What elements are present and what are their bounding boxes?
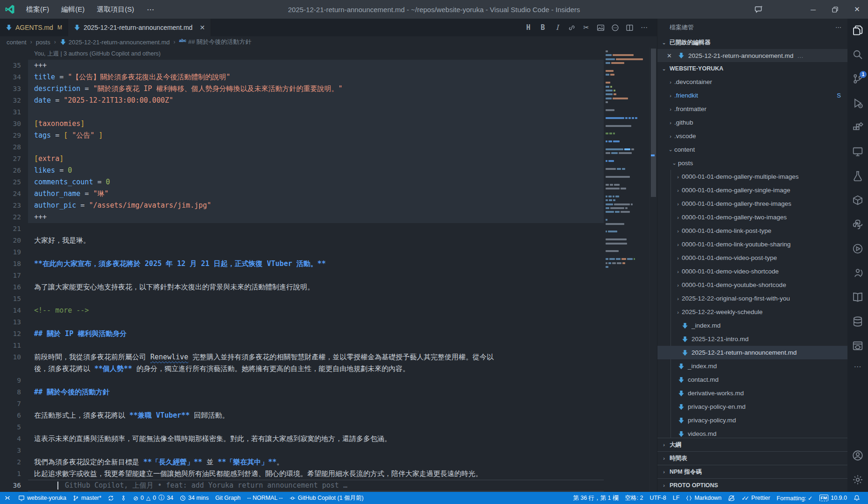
open-editor-item[interactable]: ✕ 2025-12-21-return-announcement.md …	[657, 49, 847, 62]
account-icon[interactable]	[852, 450, 863, 461]
status-project-manager[interactable]: website-yoruka	[15, 492, 70, 504]
code-line[interactable]: 5	[0, 421, 604, 433]
sidebar-section-NPM 指令碼[interactable]: ›NPM 指令碼	[657, 465, 847, 478]
code-line[interactable]: 30[taxonomies]	[0, 118, 604, 130]
tree-folder-0000-01-01-demo-video-post-type[interactable]: ›0000-01-01-demo-video-post-type	[657, 251, 847, 265]
tree-folder-.devcontainer[interactable]: ›.devcontainer	[657, 75, 847, 89]
tree-file-derivative-works.md[interactable]: derivative-works.md	[657, 386, 847, 400]
status-problems[interactable]: ⊘0△0ⓘ34	[130, 492, 176, 504]
code-line[interactable]: 22+++	[0, 211, 604, 223]
italic-icon[interactable]: I	[550, 21, 565, 35]
code-line[interactable]: 1比起追求數字或收益，我更希望能建立一個讓她與所有油民都能感到舒適、開心的環境。…	[0, 468, 604, 480]
heading-icon[interactable]: H	[521, 21, 536, 35]
status-front-matter-version[interactable]: FM10.9.0	[816, 492, 850, 504]
copilot-chat-icon[interactable]	[748, 0, 769, 19]
code-line[interactable]: 35+++	[0, 60, 604, 71]
close-icon[interactable]: ✕	[667, 52, 674, 59]
code-line[interactable]: 7	[0, 398, 604, 410]
tree-folder-.vscode[interactable]: ›.vscode	[657, 129, 847, 143]
code-line[interactable]: 9	[0, 375, 604, 386]
tree-folder-posts[interactable]: ⌄posts	[657, 156, 847, 170]
status-vim-mode[interactable]: -- NORMAL --	[244, 492, 286, 504]
sidebar-more-icon[interactable]: ⋯	[835, 24, 842, 31]
code-line[interactable]: 27[extra]	[0, 153, 604, 165]
status-prettier[interactable]: ✓✓Prettier	[738, 492, 773, 504]
breadcrumb[interactable]: content › posts › 2025-12-21-return-anno…	[0, 36, 657, 48]
code-line[interactable]: 20大家好，我是琳。	[0, 235, 604, 246]
status-git-sync[interactable]	[105, 492, 117, 504]
status-remote-indicator[interactable]	[0, 492, 15, 504]
status-eol[interactable]: LF	[670, 492, 683, 504]
sidebar-section-PROTO OPTIONS[interactable]: ›PROTO OPTIONS	[657, 478, 847, 492]
tree-folder-0000-01-01-demo-youtube-shortcode[interactable]: ›0000-01-01-demo-youtube-shortcode	[657, 278, 847, 292]
tree-folder-0000-01-01-demo-link-post-type[interactable]: ›0000-01-01-demo-link-post-type	[657, 224, 847, 238]
tree-folder-.friendkit[interactable]: ›.friendkitS	[657, 89, 847, 102]
editor-scrollbar[interactable]	[649, 48, 657, 492]
link-icon[interactable]	[565, 21, 579, 35]
menu-selection[interactable]: 選取項目(S)	[91, 5, 140, 14]
status-wakatime[interactable]: 34 mins	[176, 492, 212, 504]
status-git-graph[interactable]: Git Graph	[212, 492, 244, 504]
tab-return-announcement[interactable]: 2025-12-21-return-announcement.md ✕	[68, 19, 211, 36]
more-actions-icon[interactable]: ⋯	[637, 21, 651, 35]
extensions-icon[interactable]	[852, 122, 863, 133]
tree-folder-content[interactable]: ⌄content	[657, 143, 847, 156]
book-icon[interactable]	[852, 292, 863, 303]
code-line[interactable]: 23author_pic = "/assets/img/avatars/jim.…	[0, 200, 604, 211]
package-icon[interactable]	[852, 195, 863, 206]
code-line[interactable]: 32date = "2025-12-21T13:00:00.000Z"	[0, 95, 604, 106]
tree-folder-0000-01-01-demo-video-shortcode[interactable]: ›0000-01-01-demo-video-shortcode	[657, 265, 847, 278]
status-gitlens-blame[interactable]: GitHub Copilot (1 個月前)	[286, 492, 367, 504]
status-language-mode[interactable]: Markdown	[683, 492, 725, 504]
tree-file-_index.md[interactable]: _index.md	[657, 319, 847, 332]
status-encoding[interactable]: UTF-8	[646, 492, 669, 504]
minimize-button[interactable]: ─	[802, 0, 824, 19]
breadcrumb-file[interactable]: 2025-12-21-return-announcement.md	[69, 39, 170, 46]
open-editors-section[interactable]: ⌄ 已開啟的編輯器	[657, 36, 847, 49]
code-line[interactable]: 26likes = 0	[0, 165, 604, 176]
testing-icon[interactable]	[852, 170, 863, 182]
remote-explorer-icon[interactable]	[852, 146, 863, 157]
status-cursor-position[interactable]: 第 36 行，第 1 欄	[570, 492, 621, 504]
workspace-section[interactable]: ⌄ WEBSITE-YORUKA	[657, 62, 847, 75]
minimap[interactable]	[604, 48, 649, 492]
menu-edit[interactable]: 編輯(E)	[55, 5, 91, 14]
code-line[interactable]: 16為了讓大家能更安心地支持夜花，以下將針對本次復出的背景與未來的活動體制進行說…	[0, 281, 604, 293]
run-debug-icon[interactable]	[852, 98, 863, 109]
status-formatting[interactable]: Formatting: ✓	[773, 492, 816, 504]
play-circle-icon[interactable]	[852, 243, 863, 254]
sidebar-section-大綱[interactable]: ›大綱	[657, 438, 847, 451]
tree-file-privacy-policy-en.md[interactable]: privacy-policy-en.md	[657, 400, 847, 413]
menu-overflow[interactable]: ⋯	[140, 5, 162, 14]
code-line[interactable]: 33description = "關於須多夜花 IP 權利轉移、個人勢身分轉換以…	[0, 83, 604, 95]
tree-folder-0000-01-01-demo-gallery-three-images[interactable]: ›0000-01-01-demo-gallery-three-images	[657, 197, 847, 210]
tree-folder-0000-01-01-demo-gallery-two-images[interactable]: ›0000-01-01-demo-gallery-two-images	[657, 210, 847, 224]
status-copilot-status[interactable]	[725, 492, 738, 504]
search-icon[interactable]	[852, 49, 863, 60]
code-editor[interactable]: You, 上週 | 3 authors (GitHub Copilot and …	[0, 48, 604, 492]
preview-icon[interactable]	[852, 340, 863, 351]
code-line[interactable]: 25comments_count = 0	[0, 176, 604, 188]
python-icon[interactable]	[852, 219, 863, 230]
restore-button[interactable]	[824, 0, 846, 19]
ellipsis-circle-icon[interactable]	[608, 21, 622, 35]
breadcrumb-symbol[interactable]: ## 關於今後的活動方針	[188, 38, 251, 46]
scrollbar-slider[interactable]	[651, 49, 656, 197]
status-indentation[interactable]: 空格: 2	[622, 492, 647, 504]
tab-agents-md[interactable]: AGENTS.md M	[0, 19, 68, 36]
tree-file-_index.md[interactable]: _index.md	[657, 359, 847, 373]
tree-folder-0000-01-01-demo-link-youtube-sharing[interactable]: ›0000-01-01-demo-link-youtube-sharing	[657, 238, 847, 251]
menu-file[interactable]: 檔案(F)	[20, 5, 55, 14]
code-line[interactable]: 10前段時間，我從須多夜花前所屬公司 Renewlive 完整購入並持有須多夜花…	[0, 351, 604, 363]
sidebar-section-時間表[interactable]: ›時間表	[657, 451, 847, 465]
code-line[interactable]: 28	[0, 141, 604, 153]
codelens-row[interactable]: You, 上週 | 3 authors (GitHub Copilot and …	[0, 48, 604, 60]
files-icon[interactable]	[852, 25, 863, 36]
breadcrumb-folder[interactable]: content	[7, 39, 27, 46]
status-git-branch[interactable]: master*	[70, 492, 105, 504]
code-line[interactable]: 4這表示未來的直播與活動頻率，可能無法像全職時期那樣密集。對此，若有讓大家感到寂…	[0, 433, 604, 445]
image-icon[interactable]	[593, 21, 608, 35]
code-line[interactable]: 6在活動形式上，須多夜花將以 **兼職 VTuber** 回歸活動。	[0, 410, 604, 421]
more-icon[interactable]: ⋯	[852, 361, 863, 372]
current-line[interactable]: 36GitHub Copilot, 上個月 • feat: add Yoruka…	[0, 480, 604, 491]
